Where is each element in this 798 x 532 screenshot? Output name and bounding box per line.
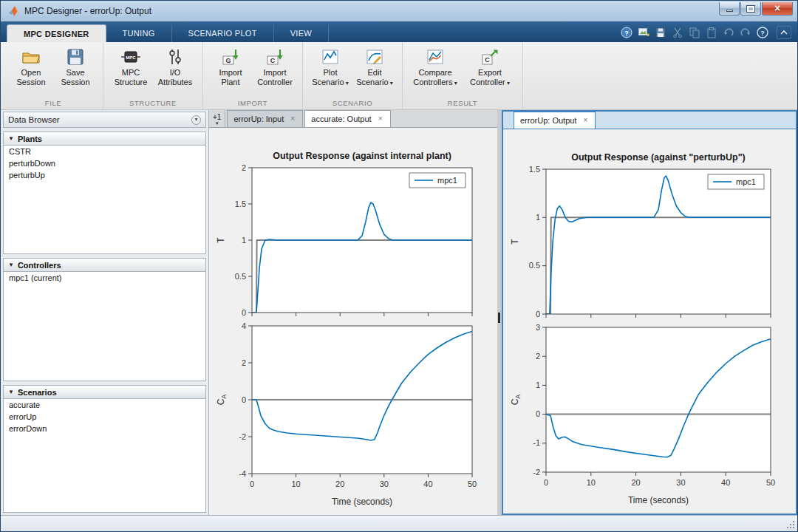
svg-text:0.5: 0.5 — [235, 272, 246, 281]
svg-text:0: 0 — [242, 308, 246, 317]
output-response-plot-CA-perturbup[interactable]: -2-1012301020304050Time (seconds)CA — [503, 321, 796, 516]
scenario-item[interactable]: errorUp — [4, 411, 205, 423]
scenario-item[interactable]: accurate — [4, 399, 205, 411]
svg-text:1.5: 1.5 — [529, 165, 540, 174]
tab-errorup-input[interactable]: errorUp: Input — [227, 110, 303, 127]
overflow-arrow-icon: ▾ — [216, 121, 219, 125]
svg-text:0: 0 — [544, 478, 548, 487]
plant-item[interactable]: perturbDown — [4, 157, 205, 169]
export-controller-icon: C — [480, 47, 499, 66]
hidden-tabs-overflow[interactable]: +1 ▾ — [209, 110, 225, 127]
undo-icon[interactable] — [723, 27, 734, 38]
toolbar-group-scenario: Plot Scenario Edit Scenario SCENARIO — [303, 42, 403, 109]
close-button[interactable] — [762, 2, 793, 16]
minimize-button[interactable] — [719, 2, 740, 16]
svg-text:-4: -4 — [239, 469, 246, 478]
open-session-button[interactable]: Open Session — [10, 45, 52, 89]
svg-text:?: ? — [624, 30, 629, 37]
pane-splitter[interactable] — [497, 110, 502, 515]
svg-text:2: 2 — [536, 352, 540, 361]
ribbon-tab-scenario-plot[interactable]: SCENARIO PLOT — [172, 24, 274, 42]
help-icon[interactable]: ? — [621, 27, 632, 38]
output-response-plot-T-internal[interactable]: 00.511.52Output Response (against intern… — [209, 128, 497, 320]
import-plant-button[interactable]: G Import Plant — [209, 45, 252, 89]
scenario-item[interactable]: errorDown — [4, 423, 205, 434]
toolbar-group-structure: MPC MPC Structure I/O Attributes STRUCTU… — [103, 42, 203, 109]
plant-item[interactable]: CSTR — [4, 146, 205, 157]
svg-text:0: 0 — [536, 409, 540, 418]
export-controller-button[interactable]: C Export Controller — [463, 45, 516, 89]
save-session-button[interactable]: Save Session — [54, 45, 97, 89]
compare-controllers-button[interactable]: Compare Controllers — [409, 45, 462, 89]
plants-section-header[interactable]: ▼ Plants — [3, 132, 206, 146]
data-browser-header: Data Browser — [3, 112, 206, 128]
svg-text:1: 1 — [242, 236, 246, 245]
left-document-pane: +1 ▾ errorUp: Input accurate: Output 00.… — [209, 110, 497, 515]
svg-text:30: 30 — [676, 478, 685, 487]
titlebar: MPC Designer - errorUp: Output — [1, 1, 797, 21]
svg-text:0: 0 — [250, 480, 254, 488]
close-tab-icon[interactable] — [289, 115, 296, 123]
ribbon-tab-view[interactable]: VIEW — [274, 24, 329, 42]
tab-accurate-output[interactable]: accurate: Output — [304, 110, 390, 127]
mpc-structure-button[interactable]: MPC MPC Structure — [109, 45, 152, 89]
ribbon-toolbar: Open Session Save Session FILE MPC MPC S… — [1, 42, 797, 110]
svg-text:MPC: MPC — [126, 55, 136, 60]
button-label: Edit Scenario — [355, 68, 395, 86]
output-response-plot-CA-internal[interactable]: -4-202401020304050Time (seconds)CA — [209, 320, 497, 518]
svg-text:2: 2 — [242, 163, 246, 172]
plot-scenario-button[interactable]: Plot Scenario — [309, 45, 352, 89]
button-label: Import Controller — [255, 68, 295, 86]
io-attributes-button[interactable]: I/O Attributes — [154, 45, 197, 89]
errorup-output-figure: 00.511.5Output Response (against "pertur… — [503, 129, 796, 514]
tab-errorup-output[interactable]: errorUp: Output — [514, 112, 596, 129]
toolbar-group-file: Open Session Save Session FILE — [4, 42, 103, 109]
plant-item[interactable]: perturbUp — [4, 169, 205, 181]
svg-text:Time (seconds): Time (seconds) — [332, 497, 392, 507]
toolbar-group-result: Compare Controllers C Export Controller … — [403, 42, 523, 109]
button-label: Import Plant — [211, 68, 250, 86]
scenarios-section-header[interactable]: ▼ Scenarios — [3, 385, 206, 399]
save-icon[interactable] — [655, 27, 666, 38]
svg-text:?: ? — [760, 30, 765, 37]
help-circle-icon[interactable]: ? — [757, 27, 768, 38]
minimize-icon — [726, 10, 733, 12]
svg-text:30: 30 — [380, 480, 389, 488]
splitter-handle-icon[interactable] — [498, 313, 500, 323]
export-image-icon[interactable] — [638, 27, 649, 38]
svg-text:G: G — [225, 57, 231, 64]
svg-text:Time (seconds): Time (seconds) — [628, 495, 689, 505]
overflow-count: +1 — [213, 113, 221, 121]
svg-text:mpc1: mpc1 — [437, 176, 457, 185]
maximize-button[interactable] — [740, 2, 761, 16]
output-response-plot-T-perturbup[interactable]: 00.511.5Output Response (against "pertur… — [503, 129, 796, 321]
redo-icon[interactable] — [740, 27, 751, 38]
svg-text:CA: CA — [510, 395, 522, 406]
copy-icon[interactable] — [689, 27, 700, 38]
ribbon-tab-tuning[interactable]: TUNING — [106, 24, 172, 42]
close-tab-icon[interactable] — [377, 115, 384, 123]
minimize-ribbon-button[interactable] — [777, 26, 791, 39]
document-area: +1 ▾ errorUp: Input accurate: Output 00.… — [209, 110, 797, 515]
panel-menu-icon[interactable] — [191, 115, 201, 125]
svg-text:0: 0 — [536, 310, 540, 318]
mpc-designer-window: MPC Designer - errorUp: Output MPC DESIG… — [0, 0, 798, 532]
import-controller-button[interactable]: C Import Controller — [253, 45, 296, 89]
compare-controllers-icon — [426, 47, 445, 66]
status-bar — [1, 515, 797, 531]
data-browser-panel: Data Browser ▼ Plants CSTR perturbDown p… — [1, 110, 209, 515]
controller-item[interactable]: mpc1 (current) — [4, 272, 205, 284]
paste-icon[interactable] — [706, 27, 717, 38]
edit-scenario-icon — [365, 47, 384, 66]
resize-grip-icon[interactable] — [787, 521, 795, 529]
button-label: Open Session — [11, 68, 51, 86]
left-tabstrip: +1 ▾ errorUp: Input accurate: Output — [209, 110, 497, 128]
close-tab-icon[interactable] — [582, 117, 589, 124]
cut-icon[interactable] — [672, 27, 683, 38]
svg-text:Output Response (against "pert: Output Response (against "perturbUp") — [571, 152, 745, 163]
svg-text:-1: -1 — [533, 438, 540, 447]
svg-text:20: 20 — [631, 478, 640, 487]
ribbon-tab-mpc-designer[interactable]: MPC DESIGNER — [7, 24, 106, 42]
controllers-section-header[interactable]: ▼ Controllers — [3, 258, 206, 272]
edit-scenario-button[interactable]: Edit Scenario — [353, 45, 396, 89]
